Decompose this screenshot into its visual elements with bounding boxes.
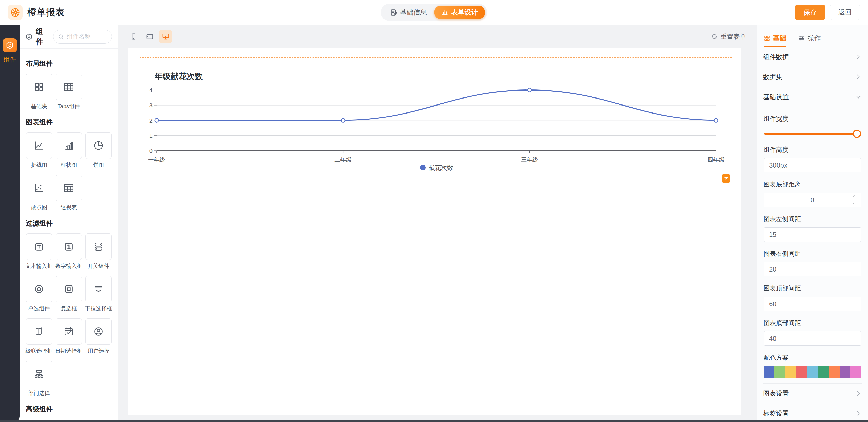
component-switch[interactable]: 开关组件 xyxy=(85,234,112,270)
line-chart-component-selected[interactable]: 年级献花次数01234一年级二年级三年级四年级献花次数 xyxy=(140,57,732,183)
palette-swatch xyxy=(785,366,796,378)
chart-top-gap-input[interactable] xyxy=(764,297,861,311)
svg-text:4: 4 xyxy=(149,87,153,93)
user-select-icon xyxy=(93,326,104,337)
chevron-right-icon xyxy=(855,54,862,60)
device-desktop-button[interactable] xyxy=(159,30,172,43)
form-page[interactable]: 年级献花次数01234一年级二年级三年级四年级献花次数 xyxy=(128,48,741,415)
row-chart-settings[interactable]: 图表设置 xyxy=(763,384,862,403)
component-user-select[interactable]: 用户选择 xyxy=(85,318,112,355)
slider-handle[interactable] xyxy=(853,129,861,138)
device-phone-button[interactable] xyxy=(127,30,140,43)
reset-form-button[interactable]: 重置表单 xyxy=(711,32,746,41)
component-tabs[interactable]: Tabs组件 xyxy=(56,74,82,110)
row-basic-settings[interactable]: 基础设置 xyxy=(763,87,862,107)
component-dept-select[interactable]: 部门选择 xyxy=(26,361,52,397)
tab-basic-info[interactable]: 基础信息 xyxy=(383,6,434,19)
component-number-input[interactable]: 数字输入框 xyxy=(56,234,82,270)
svg-text:0: 0 xyxy=(149,148,153,154)
blocks-icon xyxy=(33,81,45,93)
scatter-chart-icon xyxy=(33,182,45,194)
component-hexagon-icon xyxy=(25,33,33,40)
search-input[interactable] xyxy=(67,33,105,40)
chevron-right-icon xyxy=(855,73,862,80)
horizontal-scrollbar[interactable] xyxy=(0,420,868,422)
reset-form-label: 重置表单 xyxy=(720,32,746,41)
component-select[interactable]: 下拉选择框 xyxy=(85,276,112,312)
palette-swatch xyxy=(829,366,840,378)
sliders-icon xyxy=(798,35,805,42)
svg-text:献花次数: 献花次数 xyxy=(429,164,454,171)
row-component-data[interactable]: 组件数据 xyxy=(763,47,862,67)
stepper-up-button[interactable] xyxy=(847,193,861,200)
component-radio[interactable]: 单选组件 xyxy=(26,276,52,312)
search-icon xyxy=(58,34,64,40)
app-window: 橙单报表 基础信息 表单设计 保存 返回 xyxy=(0,0,868,422)
device-tablet-button[interactable] xyxy=(143,30,156,43)
pivot-table-icon xyxy=(63,182,75,194)
tab-basic[interactable]: 基础 xyxy=(764,34,786,47)
chart-bottom-distance-label: 图表底部距离 xyxy=(764,180,861,188)
svg-text:三年级: 三年级 xyxy=(521,156,538,163)
header-actions: 保存 返回 xyxy=(795,5,860,20)
refresh-icon xyxy=(711,33,718,40)
chart-left-gap-input[interactable] xyxy=(764,227,861,242)
component-bar-chart[interactable]: 柱状图 xyxy=(56,132,82,169)
chart-bottom-distance-input[interactable] xyxy=(764,193,861,207)
rail-item-components[interactable]: 组件 xyxy=(3,38,17,64)
tab-action[interactable]: 操作 xyxy=(798,34,821,47)
line-chart-icon xyxy=(33,140,45,152)
date-picker-icon xyxy=(63,326,75,337)
chevron-right-icon xyxy=(855,410,862,417)
width-label: 组件宽度 xyxy=(764,115,861,123)
component-basic-block[interactable]: 基础块 xyxy=(26,74,52,110)
component-text-input[interactable]: 文本输入框 xyxy=(26,234,52,270)
component-search[interactable] xyxy=(53,30,112,44)
component-sidebar: 组件 布局组件 基础块 xyxy=(20,25,118,422)
left-nav-rail: 组件 xyxy=(0,25,20,422)
tab-form-design-label: 表单设计 xyxy=(451,8,478,17)
tablet-icon xyxy=(146,33,154,40)
tab-form-design[interactable]: 表单设计 xyxy=(434,6,485,19)
palette-swatch xyxy=(774,366,785,378)
svg-text:年级献花次数: 年级献花次数 xyxy=(154,72,203,81)
chevron-down-icon xyxy=(852,202,856,206)
svg-text:二年级: 二年级 xyxy=(335,156,351,163)
component-cascader[interactable]: 级联选择框 xyxy=(26,318,52,355)
sidebar-title: 组件 xyxy=(36,26,50,47)
row-dataset[interactable]: 数据集 xyxy=(763,67,862,87)
component-line-chart[interactable]: 折线图 xyxy=(26,132,52,169)
sidebar-header: 组件 xyxy=(20,25,118,49)
properties-panel: 基础 操作 组件数据 数据集 基础设置 组件宽度 xyxy=(756,25,868,422)
component-pivot-table[interactable]: 透视表 xyxy=(56,175,82,211)
component-checkbox[interactable]: 复选框 xyxy=(56,276,82,312)
cascader-icon xyxy=(33,326,45,337)
delete-component-button[interactable] xyxy=(722,174,730,183)
design-canvas: 重置表单 年级献花次数01234一年级二年级三年级四年级献花次数 xyxy=(118,25,756,422)
tab-basic-info-label: 基础信息 xyxy=(400,8,427,17)
chart-bottom-gap-input[interactable] xyxy=(764,331,861,346)
palette-swatch xyxy=(764,366,774,378)
section-title-chart: 图表组件 xyxy=(26,118,112,127)
back-button[interactable]: 返回 xyxy=(830,5,860,20)
grid-icon xyxy=(764,35,770,42)
component-scatter-chart[interactable]: 散点图 xyxy=(26,175,52,211)
component-date-picker[interactable]: 日期选择框 xyxy=(56,318,82,355)
save-button[interactable]: 保存 xyxy=(795,5,825,20)
components-hexagon-icon xyxy=(3,38,17,52)
palette-swatch xyxy=(807,366,818,378)
number-input-icon xyxy=(63,241,75,253)
component-pie-chart[interactable]: 饼图 xyxy=(85,132,112,169)
component-height-input[interactable] xyxy=(764,158,861,173)
stepper-down-button[interactable] xyxy=(847,200,861,207)
document-edit-icon xyxy=(390,9,397,16)
palette-swatch xyxy=(796,366,807,378)
page-title: 橙单报表 xyxy=(27,6,65,18)
orange-logo-icon xyxy=(10,7,21,18)
chart-right-gap-input[interactable] xyxy=(764,262,861,276)
component-width-slider[interactable] xyxy=(764,129,861,138)
color-scheme-swatches[interactable] xyxy=(764,366,861,378)
row-label-settings[interactable]: 标签设置 xyxy=(763,403,862,422)
radio-icon xyxy=(33,283,45,295)
palette-swatch xyxy=(850,366,861,378)
